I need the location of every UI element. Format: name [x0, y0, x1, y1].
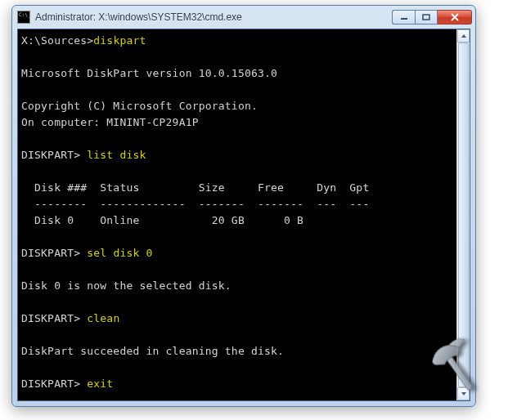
output-line: Microsoft DiskPart version 10.0.15063.0: [21, 67, 277, 79]
close-icon: [450, 13, 460, 21]
chevron-down-icon: [461, 391, 467, 396]
command: list disk: [87, 149, 146, 161]
scroll-up-button[interactable]: [457, 29, 470, 42]
minimize-icon: [400, 14, 408, 20]
client-area: X:\Sources>diskpart Microsoft DiskPart v…: [17, 29, 470, 401]
output-line: Disk 0 is now the selected disk.: [21, 279, 232, 292]
command: clean: [87, 312, 119, 324]
maximize-icon: [422, 14, 430, 20]
titlebar[interactable]: Administrator: X:\windows\SYSTEM32\cmd.e…: [12, 6, 475, 29]
minimize-button[interactable]: [392, 10, 415, 25]
vertical-scrollbar[interactable]: [456, 29, 470, 400]
output-line: DiskPart succeeded in cleaning the disk.: [21, 345, 284, 357]
command: sel disk 0: [87, 247, 152, 259]
output-line: Copyright (C) Microsoft Corporation.: [21, 100, 258, 112]
chevron-up-icon: [461, 34, 467, 38]
window-controls: [392, 10, 472, 25]
close-button[interactable]: [438, 10, 472, 25]
scroll-thumb[interactable]: [458, 42, 469, 387]
scroll-down-button[interactable]: [457, 387, 470, 400]
prompt: DISKPART>: [21, 149, 87, 161]
cmd-icon: [17, 11, 30, 24]
window-title: Administrator: X:\windows\SYSTEM32\cmd.e…: [35, 11, 387, 23]
command: diskpart: [93, 34, 146, 47]
output-line: On computer: MININT-CP29A1P: [21, 116, 199, 128]
prompt: DISKPART>: [21, 312, 87, 324]
window-frame: Administrator: X:\windows\SYSTEM32\cmd.e…: [11, 5, 476, 407]
scroll-track[interactable]: [457, 42, 470, 387]
table-row: Disk 0 Online 20 GB 0 B: [21, 214, 303, 226]
command: exit: [87, 378, 113, 390]
table-divider: -------- ------------- ------- ------- -…: [21, 198, 369, 210]
svg-rect-1: [423, 15, 429, 20]
table-header: Disk ### Status Size Free Dyn Gpt: [21, 181, 369, 194]
prompt: DISKPART>: [21, 378, 87, 390]
terminal-output[interactable]: X:\Sources>diskpart Microsoft DiskPart v…: [18, 29, 456, 400]
prompt: X:\Sources>: [21, 34, 93, 47]
prompt: DISKPART>: [21, 247, 87, 259]
maximize-button[interactable]: [415, 10, 438, 25]
svg-rect-0: [401, 18, 407, 20]
